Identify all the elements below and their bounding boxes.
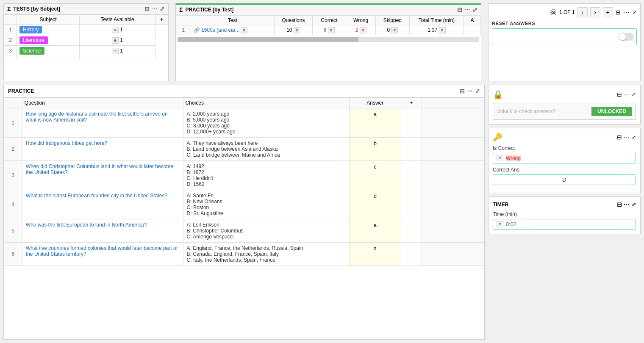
subject-history[interactable]: History — [17, 25, 80, 35]
question-text[interactable]: How did Indigenous tribes get here? — [26, 140, 107, 146]
unlock-filter-icon[interactable]: ⊟ — [617, 91, 622, 98]
plus-cell[interactable] — [401, 219, 422, 243]
extra-cell — [422, 138, 484, 161]
practice-resize-icon[interactable]: ⤢ — [472, 6, 477, 13]
question-text[interactable]: What five countries formed colonies that… — [26, 245, 178, 257]
row-num-2: 2 — [4, 35, 17, 46]
plus-cell[interactable] — [401, 108, 422, 138]
timer-filter-icon[interactable]: ⊟ — [617, 201, 622, 208]
main-practice-table-wrap: Question Choices Answer + 1 How long ago… — [4, 97, 484, 339]
choices-cell: A: 2,000 years agoB: 5,000 years agoC: 8… — [183, 108, 349, 138]
question-cell[interactable]: How did Indigenous tribes get here? — [22, 138, 183, 161]
question-cell[interactable]: How long ago do historians estimate the … — [22, 108, 183, 138]
is-correct-label: Is Correct — [493, 145, 636, 151]
main-practice-resize-icon[interactable]: ⤢ — [475, 88, 480, 94]
pagination-more-icon[interactable]: ··· — [623, 8, 630, 16]
extra-cell — [422, 108, 484, 138]
pagination-resize-icon[interactable]: ⤢ — [633, 9, 637, 15]
q-row-num: 5 — [4, 219, 22, 243]
q-row-num: 1 — [4, 108, 22, 138]
right-bottom-panels: 🔒 ⊟ ··· ⤢ Unlock to check answers? UNLOC… — [488, 85, 641, 340]
timer-resize-icon[interactable]: ⤢ — [632, 202, 636, 207]
subject-literature[interactable]: Literature — [17, 35, 80, 46]
timer-more-icon[interactable]: ··· — [624, 201, 630, 208]
add-page-btn[interactable]: + — [603, 7, 613, 17]
is-correct-btn[interactable]: ≡ — [497, 155, 503, 161]
pcol-time: Total Time (min) — [409, 16, 464, 25]
practice-table: Test Questions Correct Wrong Skipped Tot… — [176, 15, 481, 35]
unlock-resize-icon[interactable]: ⤢ — [632, 91, 636, 97]
answer-cell: c — [349, 161, 401, 190]
key-filter-icon[interactable]: ⊟ — [617, 134, 622, 141]
practice-filter-icon[interactable]: ⊟ — [457, 6, 462, 13]
plus-cell[interactable] — [401, 138, 422, 161]
plus-cell[interactable] — [401, 161, 422, 190]
horizontal-scrollbar[interactable] — [178, 37, 479, 42]
row-num-3: 3 — [4, 46, 17, 56]
reset-answers-label: RESET ANSWERS — [492, 21, 637, 26]
tests-col-add[interactable]: + — [155, 15, 168, 25]
tests-resize-icon[interactable]: ⤢ — [160, 6, 165, 12]
tests-col-num — [4, 15, 17, 25]
unlocked-button[interactable]: UNLOCKED — [591, 107, 632, 116]
pcol-wrong: Wrong — [346, 16, 376, 25]
history-btn[interactable]: ≡ — [112, 27, 119, 33]
literature-btn[interactable]: ≡ — [112, 37, 119, 44]
col-choices: Choices — [183, 98, 349, 108]
next-page-btn[interactable]: › — [590, 7, 600, 17]
time-field-btn[interactable]: ≡ — [497, 221, 503, 227]
main-practice-more-icon[interactable]: ··· — [467, 88, 472, 94]
table-row: 2 Literature ≡ 1 — [4, 35, 168, 46]
answer-value: a — [374, 111, 377, 117]
question-text[interactable]: What is the oldest European-founded city… — [26, 193, 167, 199]
test-row-btn[interactable]: ≡ — [241, 27, 247, 33]
correct-ans-value: D — [562, 177, 566, 183]
key-panel-header: 🔑 ⊟ ··· ⤢ — [493, 133, 636, 142]
plus-cell[interactable] — [401, 243, 422, 266]
key-resize-icon[interactable]: ⤢ — [632, 134, 636, 140]
practice-test-name[interactable]: 🔗 1600s (and ear... ≡ — [191, 25, 274, 35]
question-cell[interactable]: What is the oldest European-founded city… — [22, 190, 183, 219]
questions-btn[interactable]: ≡ — [294, 27, 300, 33]
pcol-skipped: Skipped — [376, 16, 410, 25]
subject-science[interactable]: Science — [17, 46, 80, 56]
correct-btn[interactable]: ≡ — [328, 27, 335, 33]
key-more-icon[interactable]: ··· — [624, 134, 630, 141]
practice-more-icon[interactable]: ··· — [465, 6, 470, 13]
q-row-num: 3 — [4, 161, 22, 190]
wrong-btn[interactable]: ≡ — [360, 27, 366, 33]
timer-panel: TIMER ⊟ ··· ⤢ Time (min) ≡ 0:02 — [488, 196, 641, 234]
table-row: 5 Who was the first European to land in … — [4, 219, 484, 243]
time-btn[interactable]: ≡ — [439, 27, 446, 33]
main-practice-filter-icon[interactable]: ⊟ — [460, 88, 465, 94]
practice-row: 1 🔗 1600s (and ear... ≡ 10 ≡ 8 ≡ 2 ≡ — [176, 25, 481, 35]
practice-panel-title: PRACTICE [by Test] — [185, 7, 455, 13]
pcol-questions: Questions — [275, 16, 313, 25]
answer-cell: b — [349, 138, 401, 161]
plus-cell[interactable] — [401, 190, 422, 219]
tests-panel: Σ TESTS [by Subject] ⊟ ··· ⤢ Subject Tes… — [3, 3, 169, 81]
col-plus[interactable]: + — [401, 98, 422, 108]
pagination-filter-icon[interactable]: ⊟ — [616, 9, 621, 16]
choices-text: A: 2,000 years agoB: 5,000 years agoC: 8… — [187, 111, 346, 135]
tests-more-icon[interactable]: ··· — [152, 6, 157, 12]
science-btn[interactable]: ≡ — [112, 48, 119, 54]
question-text[interactable]: When did Christopher Columbus land in wh… — [26, 163, 173, 175]
question-text[interactable]: How long ago do historians estimate the … — [26, 111, 168, 123]
question-cell[interactable]: Who was the first European to land in No… — [22, 219, 183, 243]
skipped-btn[interactable]: ≡ — [391, 27, 398, 33]
extra-cell — [422, 161, 484, 190]
tests-filter-icon[interactable]: ⊟ — [144, 6, 150, 12]
practice-skipped: 0 ≡ — [376, 25, 410, 35]
question-text[interactable]: Who was the first European to land in No… — [26, 222, 147, 228]
unlock-label: Unlock to check answers? — [497, 108, 588, 114]
prev-page-btn[interactable]: ‹ — [577, 7, 588, 17]
is-correct-field: ≡ Wrong — [493, 153, 636, 163]
unlock-more-icon[interactable]: ··· — [624, 91, 630, 98]
question-cell[interactable]: What five countries formed colonies that… — [22, 243, 183, 266]
practice-table-wrap: Test Questions Correct Wrong Skipped Tot… — [176, 15, 481, 81]
question-cell[interactable]: When did Christopher Columbus land in wh… — [22, 161, 183, 190]
q-row-num: 4 — [4, 190, 22, 219]
reset-answers-toggle[interactable] — [619, 33, 634, 41]
col-num — [4, 98, 22, 108]
